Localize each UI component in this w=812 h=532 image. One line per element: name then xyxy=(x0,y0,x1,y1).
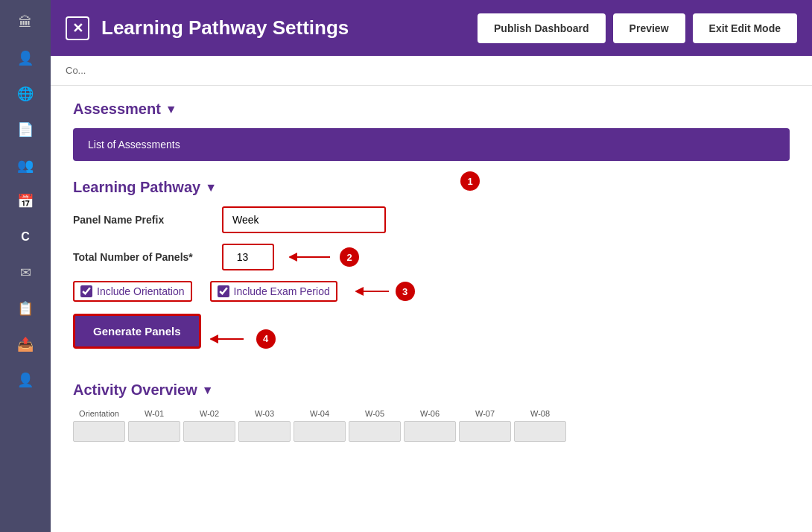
activity-col: W-05 xyxy=(349,409,401,442)
generate-panels-row: Generate Panels 4 xyxy=(73,314,790,364)
main-area: ✕ Learning Pathway Settings Publish Dash… xyxy=(51,0,812,532)
activity-col: W-08 xyxy=(514,409,566,442)
activity-col: W-01 xyxy=(128,409,180,442)
activity-columns: OrientationW-01W-02W-03W-04W-05W-06W-07W… xyxy=(73,409,790,442)
annotation-1-container: 1 xyxy=(460,171,480,191)
activity-col: W-06 xyxy=(404,409,456,442)
generate-panels-button[interactable]: Generate Panels xyxy=(73,314,201,349)
include-exam-period-checkbox[interactable] xyxy=(218,285,229,297)
total-panels-label: Total Number of Panels* xyxy=(73,251,222,263)
include-exam-period-checkbox-label[interactable]: Include Exam Period xyxy=(210,281,337,302)
activity-col: W-04 xyxy=(294,409,346,442)
user2-icon[interactable]: 👤 xyxy=(10,365,40,395)
activity-col: W-07 xyxy=(459,409,511,442)
assessment-bar: List of Assessments xyxy=(73,128,790,161)
panel-name-prefix-label: Panel Name Prefix xyxy=(73,214,222,226)
arrow-2-svg xyxy=(289,250,334,265)
activity-overview-title: Activity Overview ▼ xyxy=(73,381,790,399)
assessment-section-title: Assessment ▼ xyxy=(73,101,790,118)
mail-icon[interactable]: ✉ xyxy=(10,258,40,288)
arrow-4-svg xyxy=(210,332,247,346)
user-icon[interactable]: 👤 xyxy=(10,43,40,73)
activity-col: W-02 xyxy=(183,409,235,442)
preview-button[interactable]: Preview xyxy=(613,13,685,43)
sub-header: Co... xyxy=(51,56,812,86)
include-orientation-checkbox[interactable] xyxy=(80,285,92,297)
learning-pathway-section: Learning Pathway ▼ 1 Panel Name Prefix T… xyxy=(73,179,790,364)
content-area: Assessment ▼ List of Assessments Learnin… xyxy=(51,86,812,532)
checkboxes-row: Include Orientation Include Exam Period xyxy=(73,281,790,302)
total-panels-row: Total Number of Panels* 2 xyxy=(73,244,790,270)
panel-name-prefix-input[interactable] xyxy=(222,206,386,233)
globe-icon[interactable]: 🌐 xyxy=(10,79,40,109)
assessment-section: Assessment ▼ List of Assessments xyxy=(73,101,790,161)
file-icon[interactable]: 📋 xyxy=(10,294,40,323)
activity-overview-collapse-icon[interactable]: ▼ xyxy=(202,384,214,397)
document-icon[interactable]: 📄 xyxy=(10,115,40,145)
c-label-icon[interactable]: C xyxy=(10,222,40,252)
annotation-circle-1: 1 xyxy=(460,171,480,191)
activity-col: Orientation xyxy=(73,409,125,442)
learning-pathway-section-title: Learning Pathway ▼ xyxy=(73,179,790,196)
activity-col: W-03 xyxy=(238,409,291,442)
sidebar: 🏛 👤 🌐 📄 👥 📅 C ✉ 📋 📤 👤 xyxy=(0,0,51,532)
annotation-circle-3: 3 xyxy=(396,282,415,301)
annotation-circle-4: 4 xyxy=(256,329,276,349)
home-icon[interactable]: 🏛 xyxy=(10,7,40,37)
header-buttons: Publish Dashboard Preview Exit Edit Mode xyxy=(478,13,797,43)
annotation-circle-2: 2 xyxy=(340,247,359,267)
users-icon[interactable]: 👥 xyxy=(10,151,40,180)
close-button[interactable]: ✕ xyxy=(66,16,89,40)
arrow-3-svg xyxy=(355,284,393,299)
assessment-collapse-icon[interactable]: ▼ xyxy=(165,103,177,116)
breadcrumb: Co... xyxy=(66,65,86,76)
panel-name-prefix-row: Panel Name Prefix xyxy=(73,206,790,233)
exit-edit-mode-button[interactable]: Exit Edit Mode xyxy=(693,13,797,43)
header-bar: ✕ Learning Pathway Settings Publish Dash… xyxy=(51,0,812,56)
include-orientation-checkbox-label[interactable]: Include Orientation xyxy=(73,281,192,302)
activity-overview-section: Activity Overview ▼ OrientationW-01W-02W… xyxy=(73,381,790,442)
calendar-icon[interactable]: 📅 xyxy=(10,186,40,216)
export-icon[interactable]: 📤 xyxy=(10,329,40,359)
total-panels-input[interactable] xyxy=(222,244,274,270)
page-title: Learning Pathway Settings xyxy=(101,16,478,39)
learning-pathway-collapse-icon[interactable]: ▼ xyxy=(205,181,217,194)
publish-dashboard-button[interactable]: Publish Dashboard xyxy=(478,13,606,43)
